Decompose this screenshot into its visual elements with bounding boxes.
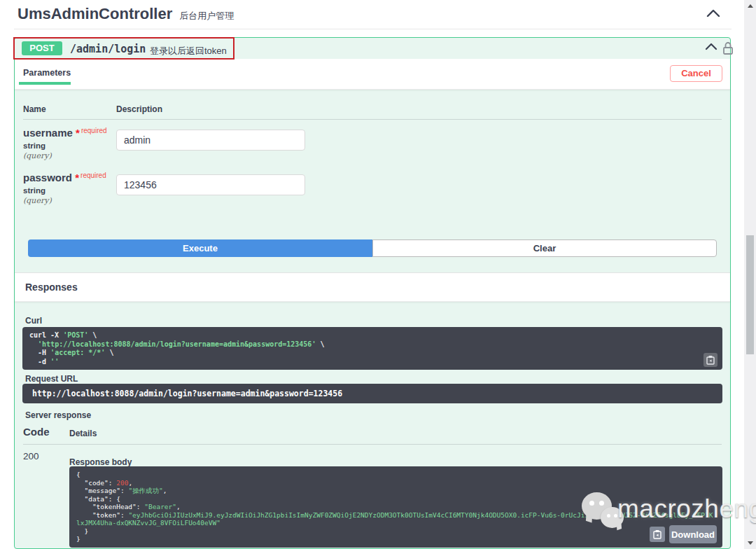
- page-title: UmsAdminController: [18, 5, 172, 23]
- response-body-label: Response body: [69, 457, 132, 467]
- server-response-divider: [23, 444, 722, 445]
- download-button[interactable]: Download: [669, 525, 717, 543]
- clear-button[interactable]: Clear: [372, 239, 717, 257]
- required-label: required: [80, 172, 106, 179]
- copy-response-button[interactable]: [650, 527, 665, 542]
- required-label: required: [81, 127, 107, 134]
- controller-collapse-chevron-icon[interactable]: [706, 8, 721, 18]
- responses-title: Responses: [25, 282, 78, 293]
- endpoint-path[interactable]: /admin/login: [70, 43, 146, 55]
- scrollbar-thumb[interactable]: [746, 235, 754, 354]
- password-input[interactable]: [116, 174, 305, 195]
- curl-command-block: curl -X 'POST' \ 'http://localhost:8088/…: [22, 327, 722, 370]
- cancel-button[interactable]: Cancel: [670, 65, 722, 82]
- server-response-label: Server response: [25, 410, 91, 420]
- name-column-header: Name: [23, 104, 46, 114]
- page-subtitle: 后台用户管理: [179, 10, 234, 22]
- details-column-header: Details: [69, 429, 97, 438]
- tab-parameters[interactable]: Parameters: [23, 68, 71, 78]
- description-column-header: Description: [116, 104, 162, 114]
- swagger-page: UmsAdminController 后台用户管理 POST /admin/lo…: [0, 0, 756, 549]
- param-type: string: [23, 186, 46, 195]
- copy-curl-button[interactable]: [704, 353, 718, 367]
- vertical-scrollbar[interactable]: [744, 0, 756, 549]
- required-star: *: [75, 172, 79, 183]
- param-name-password: password *required: [23, 172, 106, 183]
- param-type: string: [23, 141, 46, 150]
- param-in: (query): [23, 196, 52, 205]
- scrollbar-down-arrow[interactable]: [748, 541, 753, 545]
- tab-parameters-active-underline: [19, 82, 71, 85]
- scrollbar-up-arrow[interactable]: [748, 4, 753, 8]
- status-code: 200: [23, 451, 39, 461]
- endpoint-collapse-chevron-icon[interactable]: [705, 43, 718, 51]
- param-label: username: [23, 127, 73, 139]
- auth-lock-icon[interactable]: [722, 41, 734, 56]
- request-url-block: http://localhost:8088/admin/login?userna…: [22, 384, 722, 403]
- param-in: (query): [23, 151, 52, 160]
- responses-section-header: [15, 272, 730, 302]
- username-input[interactable]: [116, 130, 305, 151]
- header-divider: [14, 29, 732, 29]
- table-header-divider: [23, 119, 722, 120]
- param-label: password: [23, 172, 72, 183]
- curl-label: Curl: [25, 316, 42, 326]
- response-body-block: { "code": 200, "message": "操作成功", "data"…: [69, 466, 722, 548]
- code-column-header: Code: [23, 426, 50, 438]
- required-star: *: [76, 127, 80, 139]
- endpoint-description: 登录以后返回token: [150, 45, 227, 57]
- request-url-label: Request URL: [25, 374, 78, 384]
- method-badge[interactable]: POST: [22, 41, 62, 55]
- parameters-section-header: [15, 59, 730, 90]
- param-name-username: username *required: [23, 127, 107, 139]
- controller-header: UmsAdminController 后台用户管理: [18, 5, 234, 23]
- execute-button[interactable]: Execute: [28, 239, 372, 257]
